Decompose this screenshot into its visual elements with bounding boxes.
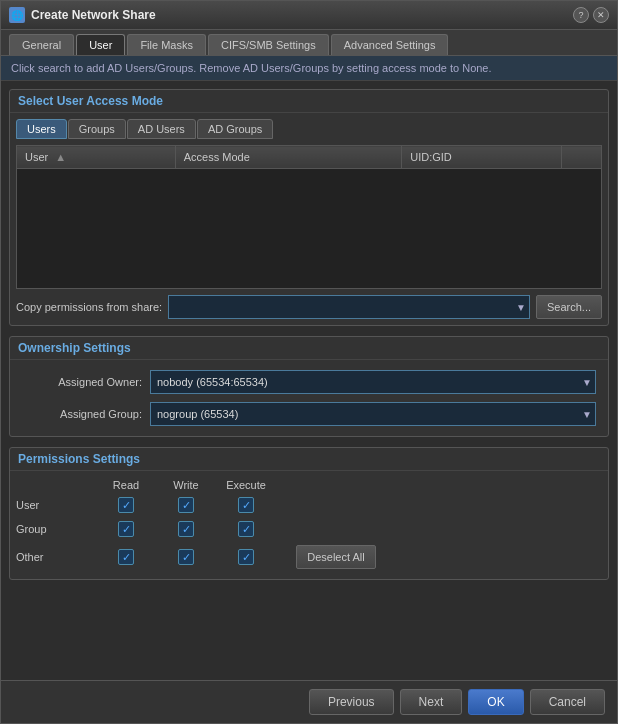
- perms-user-execute-checkbox[interactable]: ✓: [238, 497, 254, 513]
- sort-icon: ▲: [55, 151, 66, 163]
- tab-general[interactable]: General: [9, 34, 74, 55]
- perms-col-read: Read: [96, 479, 156, 491]
- user-access-section-body: Users Groups AD Users AD Groups User ▲: [10, 113, 608, 325]
- perms-user-read-checkbox[interactable]: ✓: [118, 497, 134, 513]
- user-access-table: User ▲ Access Mode UID:GID: [16, 145, 602, 289]
- search-button[interactable]: Search...: [536, 295, 602, 319]
- tab-ad-users[interactable]: AD Users: [127, 119, 196, 139]
- deselect-all-cell: Deselect All: [276, 545, 396, 569]
- owner-select-wrapper: nobody (65534:65534) ▼: [150, 370, 596, 394]
- previous-button[interactable]: Previous: [309, 689, 394, 715]
- perms-user-write-checkbox[interactable]: ✓: [178, 497, 194, 513]
- col-actions: [562, 146, 602, 169]
- deselect-all-button[interactable]: Deselect All: [296, 545, 375, 569]
- perms-other-execute-cell: ✓: [216, 549, 276, 565]
- owner-select[interactable]: nobody (65534:65534): [150, 370, 596, 394]
- info-message: Click search to add AD Users/Groups. Rem…: [1, 56, 617, 81]
- perms-group-write-cell: ✓: [156, 521, 216, 537]
- close-button[interactable]: ✕: [593, 7, 609, 23]
- tab-groups[interactable]: Groups: [68, 119, 126, 139]
- user-access-inner-tabs: Users Groups AD Users AD Groups: [16, 119, 602, 139]
- perms-group-execute-checkbox[interactable]: ✓: [238, 521, 254, 537]
- perms-group-read-checkbox[interactable]: ✓: [118, 521, 134, 537]
- tab-file-masks[interactable]: File Masks: [127, 34, 206, 55]
- create-network-share-dialog: 🌐 Create Network Share ? ✕ General User …: [0, 0, 618, 724]
- next-button[interactable]: Next: [400, 689, 463, 715]
- titlebar-controls: ? ✕: [573, 7, 609, 23]
- ownership-section: Ownership Settings Assigned Owner: nobod…: [9, 336, 609, 437]
- footer: Previous Next OK Cancel: [1, 680, 617, 723]
- assigned-owner-row: Assigned Owner: nobody (65534:65534) ▼: [16, 366, 602, 398]
- tab-advanced[interactable]: Advanced Settings: [331, 34, 449, 55]
- assigned-group-row: Assigned Group: nogroup (65534) ▼: [16, 398, 602, 430]
- copy-permissions-row: Copy permissions from share: ▼ Search...: [16, 295, 602, 319]
- tab-ad-groups[interactable]: AD Groups: [197, 119, 273, 139]
- tab-users[interactable]: Users: [16, 119, 67, 139]
- perms-col-write: Write: [156, 479, 216, 491]
- col-uid-gid: UID:GID: [402, 146, 562, 169]
- perms-other-label: Other: [16, 551, 96, 563]
- user-access-section-title: Select User Access Mode: [10, 90, 608, 113]
- perms-other-execute-checkbox[interactable]: ✓: [238, 549, 254, 565]
- ownership-section-body: Assigned Owner: nobody (65534:65534) ▼ A…: [10, 360, 608, 436]
- copy-perms-label: Copy permissions from share:: [16, 301, 162, 313]
- perms-group-write-checkbox[interactable]: ✓: [178, 521, 194, 537]
- perms-header-row: Read Write Execute: [16, 477, 602, 493]
- ownership-section-title: Ownership Settings: [10, 337, 608, 360]
- main-content: Select User Access Mode Users Groups AD …: [1, 81, 617, 680]
- window-icon: 🌐: [9, 7, 25, 23]
- perms-user-row: User ✓ ✓: [16, 493, 602, 517]
- owner-label: Assigned Owner:: [22, 376, 142, 388]
- perms-other-write-checkbox[interactable]: ✓: [178, 549, 194, 565]
- perms-user-label: User: [16, 499, 96, 511]
- perms-user-execute-cell: ✓: [216, 497, 276, 513]
- ok-button[interactable]: OK: [468, 689, 523, 715]
- permissions-section-title: Permissions Settings: [10, 448, 608, 471]
- perms-user-read-cell: ✓: [96, 497, 156, 513]
- main-nav-tabs: General User File Masks CIFS/SMB Setting…: [1, 30, 617, 56]
- user-access-section: Select User Access Mode Users Groups AD …: [9, 89, 609, 326]
- copy-perms-select-wrapper: ▼: [168, 295, 530, 319]
- tab-cifs-smb[interactable]: CIFS/SMB Settings: [208, 34, 329, 55]
- perms-group-label: Group: [16, 523, 96, 535]
- perms-other-read-cell: ✓: [96, 549, 156, 565]
- perms-other-read-checkbox[interactable]: ✓: [118, 549, 134, 565]
- titlebar-left: 🌐 Create Network Share: [9, 7, 156, 23]
- tab-user[interactable]: User: [76, 34, 125, 55]
- perms-other-row: Other ✓ ✓: [16, 541, 602, 573]
- perms-user-write-cell: ✓: [156, 497, 216, 513]
- perms-other-write-cell: ✓: [156, 549, 216, 565]
- cancel-button[interactable]: Cancel: [530, 689, 605, 715]
- permissions-section: Permissions Settings Read Write Execute …: [9, 447, 609, 580]
- group-select[interactable]: nogroup (65534): [150, 402, 596, 426]
- perms-col-execute: Execute: [216, 479, 276, 491]
- perms-group-read-cell: ✓: [96, 521, 156, 537]
- col-user[interactable]: User ▲: [17, 146, 176, 169]
- perms-col-label: [16, 479, 96, 491]
- perms-group-row: Group ✓ ✓: [16, 517, 602, 541]
- window-title: Create Network Share: [31, 8, 156, 22]
- titlebar: 🌐 Create Network Share ? ✕: [1, 1, 617, 30]
- group-select-wrapper: nogroup (65534) ▼: [150, 402, 596, 426]
- help-button[interactable]: ?: [573, 7, 589, 23]
- group-label: Assigned Group:: [22, 408, 142, 420]
- col-access-mode: Access Mode: [175, 146, 402, 169]
- copy-perms-select[interactable]: [168, 295, 530, 319]
- permissions-section-body: Read Write Execute User ✓: [10, 471, 608, 579]
- perms-group-execute-cell: ✓: [216, 521, 276, 537]
